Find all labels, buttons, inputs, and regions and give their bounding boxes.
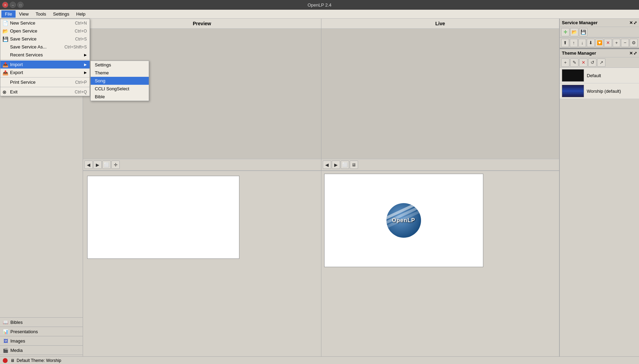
slide-preview — [87, 176, 239, 259]
prev-next-button[interactable]: ▶ — [93, 161, 102, 169]
tm-close-icon[interactable]: ✕ — [629, 51, 633, 56]
new-service-icon: 📄 — [2, 20, 8, 26]
live-blank-button[interactable]: ⬜ — [341, 161, 349, 169]
menu-recent-services[interactable]: Recent Services — [0, 51, 90, 59]
window-controls[interactable]: ✕ – □ — [2, 2, 24, 8]
sm-add-button[interactable]: + — [613, 39, 621, 47]
menu-save-service[interactable]: 💾 Save Service Ctrl+S — [0, 35, 90, 43]
bibles-icon: 📖 — [3, 319, 8, 325]
sm-header-controls: ✕ ⤢ — [629, 20, 637, 25]
import-icon: 📥 — [2, 62, 8, 67]
tm-delete-button[interactable]: ✕ — [579, 58, 587, 67]
menu-view[interactable]: View — [16, 10, 32, 18]
sm-open-button[interactable]: 📂 — [570, 28, 578, 36]
sm-move-down-button[interactable]: ↓ — [578, 39, 586, 47]
exit-icon: ⊗ — [2, 89, 7, 95]
tm-edit-button[interactable]: ✎ — [570, 58, 578, 67]
tm-expand-icon[interactable]: ⤢ — [633, 51, 637, 56]
tab-presentations[interactable]: 📊 Presentations — [0, 327, 83, 336]
openlp-logo: OpenLP — [386, 203, 421, 238]
center-panel: Preview ◀ ▶ ⬜ ✛ Live ◀ ▶ ⬜ 🖥 — [83, 19, 559, 364]
prev-blank-button[interactable]: ⬜ — [102, 161, 111, 169]
preview-slide-area — [83, 171, 321, 364]
images-icon: 🖼 — [3, 338, 8, 344]
tm-export-button[interactable]: ↗ — [597, 58, 605, 67]
live-pane: Live ◀ ▶ ⬜ 🖥 — [321, 19, 560, 171]
prev-add-button[interactable]: ✛ — [111, 161, 120, 169]
theme-manager-header: Theme Manager ✕ ⤢ — [560, 49, 639, 57]
save-service-icon: 💾 — [2, 36, 8, 42]
export-icon: 📤 — [2, 70, 8, 75]
import-settings[interactable]: Settings — [91, 61, 149, 69]
menu-settings[interactable]: Settings — [49, 10, 73, 18]
right-panel: Service Manager ✕ ⤢ ✛ 📂 💾 ⬆ ↑ ↓ ⬇ 🔽 ✕ + — [559, 19, 639, 364]
live-slide-area: OpenLP — [321, 171, 560, 364]
sm-settings-button[interactable]: ⚙ — [630, 39, 638, 47]
presentations-icon: 📊 — [3, 329, 8, 334]
live-header: Live — [321, 19, 559, 29]
menubar: File View Tools Settings Help — [0, 10, 639, 19]
tm-undo-button[interactable]: ↺ — [588, 58, 596, 67]
menu-save-service-as[interactable]: Save Service As... Ctrl+Shift+S — [0, 43, 90, 51]
tab-images[interactable]: 🖼 Images — [0, 336, 83, 345]
tm-header-controls: ✕ ⤢ — [629, 51, 637, 56]
live-screen-button[interactable]: 🖥 — [350, 161, 358, 169]
close-button[interactable]: ✕ — [2, 2, 8, 8]
sm-remove-button[interactable]: − — [621, 39, 629, 47]
service-manager-section: Service Manager ✕ ⤢ ✛ 📂 💾 ⬆ ↑ ↓ ⬇ 🔽 ✕ + — [560, 19, 639, 48]
preview-toolbar: ◀ ▶ ⬜ ✛ — [83, 159, 321, 171]
import-song[interactable]: Song — [91, 77, 149, 85]
theme-manager-section: Theme Manager ✕ ⤢ + ✎ ✕ ↺ ↗ Default — [560, 48, 639, 364]
theme-thumb-worship — [562, 85, 584, 97]
service-manager-header: Service Manager ✕ ⤢ — [560, 19, 639, 27]
sm-move-top-button[interactable]: ⬆ — [561, 39, 569, 47]
menu-open-service[interactable]: 📂 Open Service Ctrl+O — [0, 27, 90, 35]
import-ccli-songselect[interactable]: CCLI SongSelect — [91, 85, 149, 93]
menu-tools[interactable]: Tools — [32, 10, 49, 18]
status-display-icon: 🖥 — [10, 358, 15, 363]
sm-new-button[interactable]: ✛ — [561, 28, 569, 36]
live-prev-button[interactable]: ◀ — [323, 161, 331, 169]
theme-list: Default Worship (default) — [560, 68, 639, 99]
sm-delete-button[interactable]: ✕ — [604, 39, 612, 47]
menu-help[interactable]: Help — [73, 10, 89, 18]
menu-export[interactable]: 📤 Export — [0, 69, 90, 76]
sm-filter-button[interactable]: 🔽 — [595, 39, 603, 47]
menu-file[interactable]: File — [1, 10, 16, 18]
sm-move-up-button[interactable]: ↑ — [570, 39, 578, 47]
theme-item-worship[interactable]: Worship (default) — [560, 83, 639, 99]
live-toolbar: ◀ ▶ ⬜ 🖥 — [321, 159, 559, 171]
menu-exit[interactable]: ⊗ Exit Ctrl+Q — [0, 88, 90, 96]
window-title: OpenLP 2.4 — [308, 2, 331, 8]
separator-1 — [0, 60, 90, 60]
sm-expand-icon[interactable]: ⤢ — [633, 20, 637, 25]
menu-print-service[interactable]: Print Service Ctrl+P — [0, 78, 90, 86]
import-bible[interactable]: Bible — [91, 93, 149, 101]
live-display: OpenLP — [324, 174, 483, 267]
import-theme[interactable]: Theme — [91, 69, 149, 77]
maximize-button[interactable]: □ — [17, 2, 24, 8]
live-content — [321, 29, 559, 159]
menu-new-service[interactable]: 📄 New Service Ctrl+N — [0, 19, 90, 27]
bottom-area: OpenLP — [83, 171, 559, 364]
theme-manager-toolbar: + ✎ ✕ ↺ ↗ — [560, 57, 639, 68]
tab-media[interactable]: 🎬 Media — [0, 345, 83, 355]
tm-add-button[interactable]: + — [561, 58, 569, 67]
statusbar: 🖥 Default Theme: Worship — [0, 356, 639, 364]
sm-save-button[interactable]: 💾 — [579, 28, 587, 36]
theme-item-default[interactable]: Default — [560, 68, 639, 83]
live-next-button[interactable]: ▶ — [332, 161, 340, 169]
theme-thumb-default — [562, 69, 584, 82]
sm-move-bottom-button[interactable]: ⬇ — [587, 39, 595, 47]
sm-close-icon[interactable]: ✕ — [629, 20, 633, 25]
minimize-button[interactable]: – — [10, 2, 16, 8]
sm-action-toolbar: ⬆ ↑ ↓ ⬇ 🔽 ✕ + − ⚙ — [560, 37, 639, 48]
separator-3 — [0, 87, 90, 87]
tab-bibles[interactable]: 📖 Bibles — [0, 317, 83, 327]
menu-import[interactable]: 📥 Import Settings Theme Song CCLI SongSe… — [0, 61, 90, 69]
preview-header: Preview — [83, 19, 321, 29]
separator-2 — [0, 77, 90, 78]
open-service-icon: 📂 — [2, 28, 8, 34]
preview-live-area: Preview ◀ ▶ ⬜ ✛ Live ◀ ▶ ⬜ 🖥 — [83, 19, 559, 171]
prev-prev-button[interactable]: ◀ — [84, 161, 93, 169]
